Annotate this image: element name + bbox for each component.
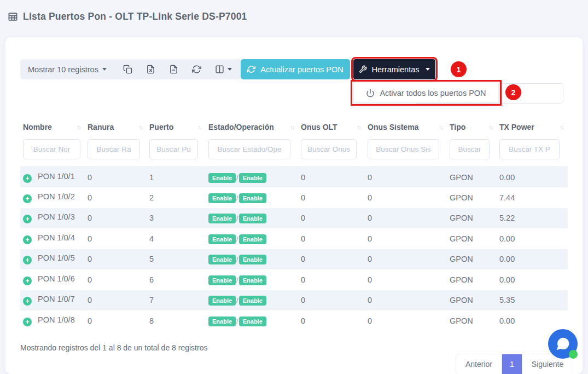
ranura-cell: 0 [85,228,147,249]
sort-icon[interactable]: ↑↓ [357,124,360,130]
sort-icon[interactable]: ↑↓ [439,124,443,130]
update-pon-ports-button[interactable]: Actualizar puertos PON [241,59,350,79]
onus-sistema-cell: 0 [365,249,447,270]
tools-dropdown-button[interactable]: Herramientas [353,59,435,79]
port-name: PON 1/0/7 [38,295,75,303]
excel-export-button[interactable] [146,65,155,74]
column-label: Nombre [23,123,52,131]
annotation-badge-1: 1 [451,61,467,77]
onus-sistema-cell: 0 [365,228,447,249]
table-header-row: Nombre↑↓Ranura↑↓Puerto↑↓Estado/Operación… [20,116,568,138]
onus-sistema-cell: 0 [365,167,447,188]
filter-input-4[interactable] [301,139,357,159]
column-header-2[interactable]: Puerto↑↓ [147,116,206,138]
sort-icon[interactable]: ↑↓ [77,124,80,130]
filter-input-1[interactable] [88,139,140,159]
expand-row-button[interactable]: + [23,215,32,223]
estado-operacion-cell: Enable/Enable [206,249,298,270]
operacion-badge: Enable [239,296,266,306]
sort-icon[interactable]: ↑↓ [560,124,563,130]
puerto-cell: 4 [147,228,206,249]
column-label: Onus Sistema [368,123,418,131]
column-header-6[interactable]: Tipo↑↓ [447,116,497,138]
file-export-button[interactable] [169,65,178,74]
pagination-page-1[interactable]: 1 [502,354,522,374]
table-row: +PON 1/0/3 0 3 Enable/Enable 0 0 GPON 5.… [20,208,568,229]
column-header-4[interactable]: Onus OLT↑↓ [298,116,365,138]
pagination-previous[interactable]: Anterior [456,354,502,374]
sort-icon[interactable]: ↑↓ [290,124,294,130]
tipo-cell: GPON [447,249,497,270]
column-header-3[interactable]: Estado/Operación↑↓ [206,116,298,138]
estado-badge: Enable [208,214,236,223]
estado-badge: Enable [208,193,236,203]
tipo-cell: GPON [447,208,497,229]
filter-input-2[interactable] [149,139,198,159]
annotation-badge-2: 2 [505,84,521,100]
table-row: +PON 1/0/8 0 8 Enable/Enable 0 0 GPON 0.… [20,310,568,331]
chevron-down-icon [426,68,430,71]
filter-input-0[interactable] [23,139,80,159]
refresh-icon [247,65,255,73]
expand-row-button[interactable]: + [23,277,32,285]
ranura-cell: 0 [85,249,147,270]
table-row: +PON 1/0/4 0 4 Enable/Enable 0 0 GPON 0.… [20,228,568,249]
tipo-cell: GPON [447,167,497,188]
port-name: PON 1/0/1 [38,172,75,181]
tx-power-cell: 0.00 [497,310,568,331]
page: Lista Puertos Pon - OLT TP-Link Serie DS… [0,0,588,374]
copy-icon [123,65,132,74]
filter-input-5[interactable] [368,139,439,159]
update-button-label: Actualizar puertos PON [260,65,344,74]
activate-all-label: Activar todos los puertos PON [380,89,486,97]
puerto-cell: 2 [147,187,206,208]
sort-icon[interactable]: ↑↓ [197,124,201,130]
column-header-1[interactable]: Ranura↑↓ [85,116,147,138]
copy-button[interactable] [123,65,132,74]
sort-icon[interactable]: ↑↓ [488,124,492,130]
column-header-0[interactable]: Nombre↑↓ [20,116,85,138]
tools-button-label: Herramientas [371,65,419,74]
column-label: Puerto [149,123,173,131]
puerto-cell: 7 [147,290,206,311]
ranura-cell: 0 [85,167,147,188]
filter-input-6[interactable] [450,139,490,159]
expand-row-button[interactable]: + [23,318,32,326]
table-row: +PON 1/0/6 0 6 Enable/Enable 0 0 GPON 0.… [20,269,568,290]
column-header-7[interactable]: TX Power↑↓ [497,116,568,138]
expand-row-button[interactable]: + [23,297,32,306]
estado-badge: Enable [208,296,236,306]
filter-input-3[interactable] [208,139,290,159]
tx-power-cell: 7.44 [497,187,568,208]
onus-sistema-cell: 0 [365,208,447,229]
column-label: Ranura [88,123,114,131]
column-visibility-button[interactable] [215,65,232,74]
expand-row-button[interactable]: + [23,194,32,203]
tipo-cell: GPON [447,269,497,290]
sort-icon[interactable]: ↑↓ [138,124,142,130]
filter-input-7[interactable] [499,139,560,159]
estado-badge: Enable [208,234,236,244]
tools-dropdown-menu: Activar todos los puertos PON [353,83,499,103]
tx-power-cell: 0.00 [497,228,568,249]
activate-all-pon-ports-menu-item[interactable]: Activar todos los puertos PON [354,83,498,102]
estado-badge: Enable [208,275,236,285]
expand-row-button[interactable]: + [23,235,32,244]
column-header-5[interactable]: Onus Sistema↑↓ [365,116,447,138]
expand-row-button[interactable]: + [23,174,32,183]
records-info: Mostrando registros del 1 al 8 de un tot… [20,343,207,352]
estado-badge: Enable [208,317,236,326]
operacion-badge: Enable [239,234,266,244]
port-name: PON 1/0/4 [38,233,75,242]
ranura-cell: 0 [85,290,147,311]
port-name: PON 1/0/8 [38,315,75,324]
page-header: Lista Puertos Pon - OLT TP-Link Serie DS… [8,11,247,22]
puerto-cell: 6 [147,269,206,290]
show-entries-dropdown[interactable]: Mostrar 10 registros [28,65,107,74]
port-name: PON 1/0/5 [38,254,75,262]
estado-badge: Enable [208,255,236,264]
estado-operacion-cell: Enable/Enable [206,290,298,311]
filter-row [20,138,568,167]
expand-row-button[interactable]: + [23,256,32,264]
refresh-button[interactable] [192,65,201,74]
